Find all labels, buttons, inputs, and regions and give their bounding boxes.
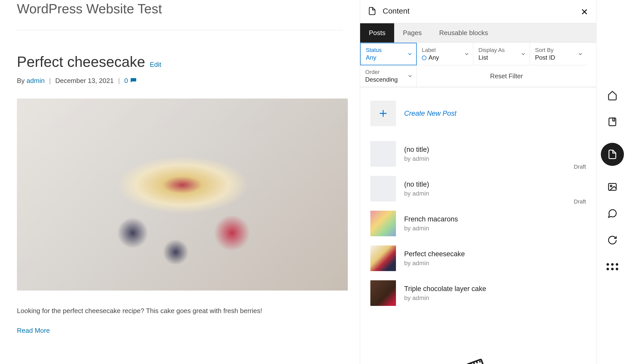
filter-status-label: Status: [366, 47, 411, 53]
post-item-title: Triple chocolate layer cake: [404, 285, 486, 293]
filter-label[interactable]: Label Any: [417, 43, 473, 65]
rail-bookmark-button[interactable]: [607, 116, 618, 127]
comment-icon: [130, 78, 137, 84]
content-panel: Content Posts Pages Reusable blocks Stat…: [360, 0, 596, 364]
document-icon: [368, 7, 376, 15]
filter-order-label: Order: [365, 69, 411, 76]
panel-tabs: Posts Pages Reusable blocks: [360, 23, 596, 43]
post-list-item[interactable]: Perfect cheesecake by admin: [360, 241, 596, 276]
post-list-item[interactable]: (no title) by admin Draft: [360, 136, 596, 171]
filter-label-value: Any: [422, 54, 468, 61]
home-icon: [607, 90, 617, 100]
chevron-down-icon: [407, 51, 413, 57]
chevron-down-icon: [407, 73, 413, 79]
rail-sync-button[interactable]: [607, 234, 618, 246]
filter-display-value: List: [478, 54, 525, 61]
post-draft-badge: Draft: [574, 198, 586, 205]
sync-icon: [607, 235, 617, 245]
comment-count-value: 0: [124, 77, 128, 85]
create-new-post[interactable]: Create New Post: [360, 98, 596, 136]
main-content-area: WordPress Website Test Perfect cheesecak…: [0, 0, 360, 364]
filters-bar: Status Any Label Any Display As List Sor…: [360, 43, 596, 87]
post-item-title: (no title): [404, 180, 429, 188]
post-article: Perfect cheesecake Edit By admin | Decem…: [17, 53, 343, 335]
post-draft-badge: Draft: [574, 164, 586, 170]
post-title: Perfect cheesecake: [17, 53, 145, 70]
tab-pages[interactable]: Pages: [394, 23, 431, 42]
panel-header: Content: [360, 0, 596, 23]
post-header: Perfect cheesecake Edit: [17, 53, 343, 70]
post-list-item[interactable]: Triple chocolate layer cake by admin: [360, 276, 596, 311]
post-thumbnail: [370, 245, 396, 271]
post-thumbnail: [370, 176, 396, 201]
filter-status[interactable]: Status Any: [360, 43, 417, 65]
post-excerpt: Looking for the perfect cheesecake recip…: [17, 306, 343, 316]
document-icon: [607, 149, 617, 159]
post-item-author: by admin: [404, 155, 429, 162]
panel-title: Content: [383, 7, 410, 15]
rail-apps-button[interactable]: [607, 261, 618, 272]
filter-label-label: Label: [422, 47, 468, 53]
post-featured-image[interactable]: [17, 99, 348, 291]
post-item-author: by admin: [404, 190, 429, 197]
reset-filter-button[interactable]: Reset Filter: [417, 65, 596, 87]
post-thumbnail: [370, 211, 396, 236]
post-author-link[interactable]: admin: [27, 77, 45, 84]
filter-status-value: Any: [366, 54, 411, 61]
svg-point-3: [610, 185, 612, 187]
plus-icon: [378, 108, 388, 119]
filter-sort-value: Post ID: [535, 54, 582, 61]
post-date: December 13, 2021: [55, 77, 114, 84]
chat-icon: [607, 208, 617, 219]
create-new-label: Create New Post: [404, 110, 456, 117]
floating-design-button[interactable]: [466, 351, 484, 364]
chevron-down-icon: [464, 51, 469, 57]
post-item-author: by admin: [404, 260, 465, 267]
rail-content-button[interactable]: [601, 143, 624, 166]
close-panel-button[interactable]: [580, 7, 589, 16]
meta-separator: |: [49, 77, 51, 84]
read-more-link[interactable]: Read More: [17, 327, 50, 334]
post-item-title: (no title): [404, 146, 429, 154]
chevron-down-icon: [520, 51, 526, 57]
rail-home-button[interactable]: [607, 90, 618, 101]
post-list-item[interactable]: French macarons by admin: [360, 206, 596, 241]
edit-post-link[interactable]: Edit: [150, 61, 161, 69]
post-item-author: by admin: [404, 294, 486, 302]
filter-sort-label: Sort By: [535, 47, 582, 53]
tab-posts[interactable]: Posts: [360, 23, 394, 42]
tab-reusable-blocks[interactable]: Reusable blocks: [431, 23, 497, 42]
svg-rect-1: [613, 118, 614, 121]
create-icon-box: [370, 101, 396, 126]
filter-display-label: Display As: [478, 47, 525, 53]
posts-list: Create New Post (no title) by admin Draf…: [360, 87, 596, 357]
post-item-author: by admin: [404, 225, 458, 232]
filter-sort-by[interactable]: Sort By Post ID: [530, 43, 587, 65]
chevron-down-icon: [578, 51, 583, 57]
post-item-title: French macarons: [404, 215, 458, 223]
post-thumbnail: [370, 280, 396, 306]
post-list-item[interactable]: (no title) by admin Draft: [360, 171, 596, 206]
meta-separator: |: [118, 77, 120, 84]
ruler-icon: [466, 351, 484, 364]
site-title: WordPress Website Test: [17, 1, 343, 17]
filter-order-value: Descending: [365, 76, 411, 83]
bookmark-icon: [607, 117, 617, 127]
post-comments-link[interactable]: 0: [124, 77, 137, 85]
filter-display-as[interactable]: Display As List: [473, 43, 530, 65]
rail-comments-button[interactable]: [607, 208, 618, 219]
apps-grid-icon: [606, 263, 618, 270]
close-icon: [580, 7, 589, 16]
post-meta: By admin | December 13, 2021 | 0: [17, 77, 343, 85]
right-rail-nav: [596, 0, 628, 364]
rail-media-button[interactable]: [607, 181, 618, 192]
reset-filter-label: Reset Filter: [490, 72, 523, 80]
by-label: By: [17, 77, 25, 84]
radio-icon: [422, 56, 426, 60]
filter-order[interactable]: Order Descending: [360, 65, 417, 87]
post-item-title: Perfect cheesecake: [404, 250, 465, 258]
post-thumbnail: [370, 141, 396, 167]
image-icon: [607, 182, 617, 192]
divider: [17, 30, 343, 30]
